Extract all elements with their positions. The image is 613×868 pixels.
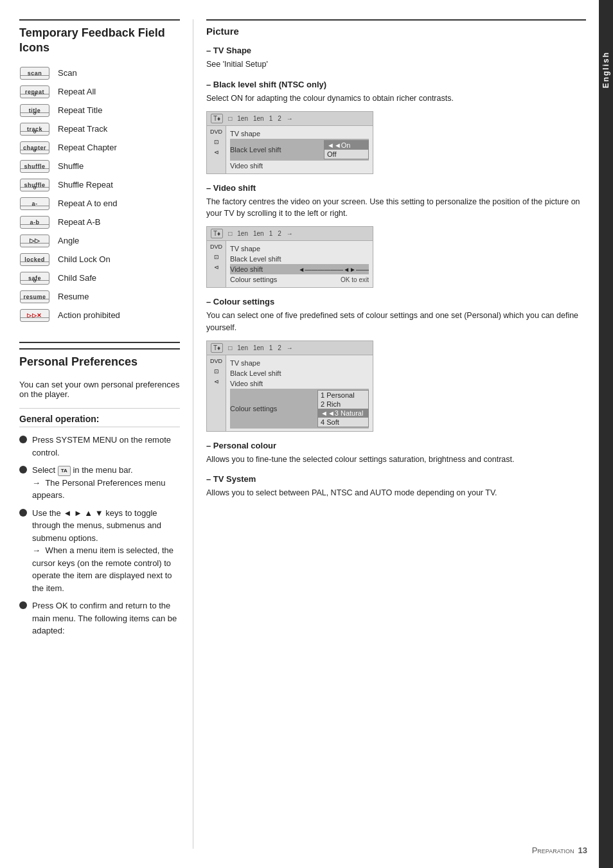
list-item: resume Resume [19,290,180,304]
repeat-track-icon: track↺ [19,122,50,136]
num1: 1 [269,115,273,122]
list-item: Use the ◄ ► ▲ ▼ keys to toggle through t… [19,507,180,595]
colour-opt: 1 Personal [318,391,368,400]
eq-icon: ⊡ [214,139,219,145]
list-item: A- Repeat A to end [19,197,180,211]
shuffle-icon: shuffle [19,159,50,173]
list-item: Press OK to confirm and return to the ma… [19,599,180,637]
section2-title: Personal Preferences [19,348,180,369]
dvd-row-label: TV shape [230,130,369,137]
dvd-row-label: TV shape [230,359,369,367]
list-item: ▷▷✕ Action prohibited [19,308,180,323]
len2: 1en [253,344,264,351]
icon-label: Repeat A-B [58,217,101,227]
section2-desc: You can set your own personal preference… [19,380,180,399]
dvd-menu-right-1: TV shape Black Level shift ◄◄On Off Vide… [226,126,373,173]
icon-label: Repeat Title [58,105,102,115]
arrow: → [287,230,293,237]
num2: 2 [278,344,281,351]
bullet-text: Use the ◄ ► ▲ ▼ keys to toggle through t… [32,507,180,595]
video-shift-heading: – Video shift [206,183,586,193]
repeat-title-icon: title↺ [19,103,50,118]
arrow-right: → [32,477,40,490]
icon-label: Resume [58,292,89,301]
dvd-row-label: Video shift [230,380,369,387]
dvd-row: Black Level shift [230,254,369,264]
dvd-row-label: Video shift [230,265,298,273]
len1: 1en [237,230,248,237]
dvd-row-label: TV shape [230,245,369,252]
page-container: Temporary Feedback Field Icons scan Scan… [0,0,613,868]
right-section-title: Picture [206,19,586,37]
bullet-dot [19,436,27,443]
dvd-row-selected: Video shift ◄——————◄►—— [230,264,369,274]
dvd-row-label: Black Level shift [230,146,324,154]
personal-colour-heading: – Personal colour [206,441,586,450]
dvd-row: Black Level shift [230,368,369,378]
dvd-row: Video shift [230,161,369,171]
general-divider [19,408,180,409]
dvd-row: Colour settings OK to exit [230,274,369,285]
tv-icon: T♦ [211,343,223,353]
bullet-text: Press OK to confirm and return to the ma… [32,599,180,637]
main-content: Temporary Feedback Field Icons scan Scan… [0,0,599,868]
tv-system-heading: – TV System [206,474,586,484]
scan-icon: scan [19,66,50,80]
slider-container: ◄——————◄►—— [298,266,369,273]
colour-settings-desc: You can select one of five predefined se… [206,310,586,334]
icon-label: Shuffle [58,161,84,171]
footer-label: Preparation [532,846,574,855]
black-level-desc: Select ON for adapting the colour dynami… [206,93,586,105]
len1: 1en [237,344,248,351]
dvd-row-label: Black Level shift [230,369,369,377]
icon-label: Child Safe [58,273,96,283]
icon-label: Angle [58,236,79,245]
ok-to-exit: OK to exit [341,276,369,283]
list-item: A-B Repeat A-B [19,215,180,229]
shuffle-repeat-icon: shuffle↺ [19,178,50,192]
side-tab-text: English [601,51,610,88]
list-item: safe↺ Child Safe [19,271,180,285]
list-item: ▷▷ Angle [19,234,180,248]
separator: □ [228,230,232,237]
icons-list: scan Scan repeat↺ Repeat All title↺ R [19,66,180,323]
dvd-row-label: Black Level shift [230,255,369,263]
dvd-icon: DVD [210,358,222,364]
list-item: title↺ Repeat Title [19,103,180,118]
dvd-row: TV shape [230,358,369,368]
list-item: scan Scan [19,66,180,80]
tv-icon: T♦ [211,114,223,123]
separator: □ [228,344,232,351]
arrow: → [287,344,293,351]
back-icon: ⊲ [214,378,219,385]
repeat-icon: repeat↺ [19,85,50,99]
bullet-text: Press SYSTEM MENU on the remote control. [32,434,180,459]
colour-opt: 4 Soft [318,418,368,427]
repeat-a-end-icon: A- [19,197,50,211]
separator: □ [228,115,232,122]
icon-label: Repeat Track [58,124,107,134]
dvd-menu-2: T♦ □ 1en 1en 1 2 → DVD ⊡ ⊲ [206,226,373,288]
dvd-options: ◄◄On Off [324,140,369,159]
colour-options: 1 Personal 2 Rich ◄◄3 Natural 4 Soft [317,390,369,427]
dvd-opt-off: Off [324,150,368,159]
icon-label: Repeat Chapter [58,143,117,152]
colour-opt: 2 Rich [318,400,368,409]
eq-icon: ⊡ [214,368,219,375]
dvd-row-label: Video shift [230,162,369,170]
arrow: → [287,115,293,122]
icon-label: Repeat A to end [58,199,118,208]
list-item: repeat↺ Repeat All [19,85,180,99]
list-item: locked Child Lock On [19,252,180,267]
dvd-menu-body-1: DVD ⊡ ⊲ TV shape Black Level shift ◄◄On [207,126,373,173]
bullet-dot [19,509,27,517]
dvd-row-selected: Black Level shift ◄◄On Off [230,139,369,161]
side-tab: English [599,0,613,868]
right-column: Picture – TV Shape See 'Initial Setup' –… [193,19,586,849]
icon-label: Scan [58,68,77,78]
dvd-menu-top-2: T♦ □ 1en 1en 1 2 → [207,227,373,241]
list-item: Press SYSTEM MENU on the remote control. [19,434,180,459]
dvd-menu-1: T♦ □ 1en 1en 1 2 → DVD ⊡ ⊲ [206,111,373,174]
dvd-row: Video shift [230,378,369,389]
dvd-row-label: Colour settings [230,276,338,283]
